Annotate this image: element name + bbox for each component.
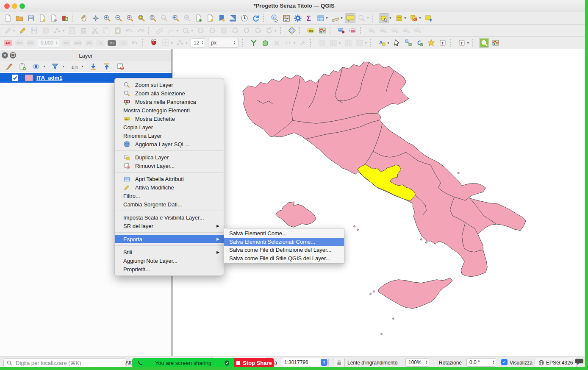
chevron-down-icon[interactable]: ▼ — [13, 29, 16, 32]
layer-labeling-options-button[interactable]: abc — [305, 25, 316, 36]
chevron-down-icon[interactable]: ▼ — [364, 42, 368, 45]
change-label-properties-button[interactable]: ab — [412, 25, 423, 36]
statistical-summary-button[interactable] — [281, 13, 291, 23]
layout-manager-button[interactable] — [48, 13, 59, 23]
cad-tools-button[interactable] — [154, 25, 165, 36]
cad-snap-common-angles-button[interactable]: SC — [61, 38, 72, 48]
add-ellipse-button[interactable] — [207, 25, 217, 36]
chevron-down-icon[interactable]: ▼ — [274, 29, 277, 32]
chevron-down-icon[interactable]: ▼ — [366, 17, 370, 19]
new-spatial-bookmark-button[interactable] — [216, 13, 227, 23]
submenu-item-salva-come-file-di-definizione-del-layer[interactable]: Salva come File di Definizione del Layer… — [224, 246, 344, 254]
add-feature-button[interactable] — [40, 25, 51, 36]
zoom-out-button[interactable] — [113, 13, 124, 23]
menu-item-zoom-alla-selezione[interactable]: Zoom alla Selezione — [115, 89, 224, 97]
snapping-type-button[interactable] — [175, 38, 186, 48]
change-label-button[interactable] — [426, 38, 436, 48]
snapping-tolerance[interactable]: 12▲▼ — [191, 38, 205, 47]
zoom-next-button[interactable] — [182, 13, 192, 23]
menu-item-attiva-modifiche[interactable]: Attiva Modifiche — [115, 183, 224, 192]
snapping-units[interactable]: px▲▼ — [208, 38, 239, 48]
cad-perpendicular-mode-button[interactable]: RO — [25, 38, 36, 48]
chevron-down-icon[interactable]: ▼ — [404, 17, 407, 19]
new-map-view-button[interactable] — [193, 13, 204, 23]
scale-combobox[interactable]: 1:3017796 ▲▼ — [281, 358, 329, 367]
mesh-digitizing-button[interactable] — [316, 38, 327, 48]
submenu-item-salva-elementi-come[interactable]: Salva Elementi Come... — [224, 229, 344, 238]
self-snapping-button[interactable] — [297, 38, 308, 48]
style-manager-button[interactable]: a — [60, 13, 70, 23]
add-regular-polygon-button[interactable] — [230, 25, 240, 36]
redo-button[interactable] — [135, 25, 146, 36]
chevron-down-icon[interactable]: ▼ — [62, 29, 65, 32]
move-label-button[interactable] — [403, 38, 413, 48]
processing-toolbox-button[interactable] — [292, 13, 303, 23]
menu-item-propriet[interactable]: Proprietà... — [115, 265, 224, 273]
submenu-item-salva-elementi-selezionati-come[interactable]: Salva Elementi Selezionati Come... — [224, 238, 344, 246]
filter-by-expression-button[interactable]: ε — [69, 61, 79, 72]
unpin-labels-button[interactable]: abc — [347, 25, 358, 36]
show-hide-labels-button[interactable]: ab — [366, 25, 377, 36]
cad-trace-minus-button[interactable]: T- — [95, 38, 106, 48]
new-project-button[interactable] — [3, 13, 13, 23]
run-feature-action-button[interactable] — [356, 13, 367, 23]
chevron-down-icon[interactable]: ▼ — [62, 65, 65, 68]
chevron-down-icon[interactable]: ▼ — [176, 29, 179, 32]
stepper-icon[interactable]: ▲▼ — [425, 360, 428, 364]
menu-item-apri-tabella-attributi[interactable]: Apri Tabella Attributi — [115, 175, 224, 183]
avoid-overlap-button[interactable] — [283, 38, 293, 48]
cad-trace-plus-button[interactable]: T+ — [107, 38, 117, 48]
chevron-down-icon[interactable]: ▼ — [293, 42, 296, 45]
cad-pause-button[interactable]: II — [118, 38, 129, 48]
add-circle-from-points-button[interactable] — [195, 25, 206, 36]
menu-item-aggiorna-layer-sql[interactable]: Aggiorna Layer SQL... — [115, 140, 224, 148]
modify-attributes-button[interactable] — [67, 25, 77, 36]
zoom-to-layer-button[interactable] — [147, 13, 158, 23]
chevron-down-icon[interactable]: ▼ — [419, 17, 422, 19]
menu-item-aggiungi-note-layer[interactable]: Aggiungi Note Layer... — [115, 256, 224, 265]
chevron-down-icon[interactable]: ▼ — [340, 17, 344, 19]
new-print-layout-button[interactable] — [37, 13, 47, 23]
chevron-down-icon[interactable]: ▼ — [43, 65, 46, 68]
chevron-down-icon[interactable]: ▼ — [466, 42, 470, 45]
menu-item-sr-del-layer[interactable]: SR del layer▶ — [115, 222, 224, 230]
zoom-native-button[interactable]: 1:1 — [159, 13, 169, 23]
cad-distance[interactable]: 0,000▲▼ — [38, 38, 59, 47]
magnifier-spinbox[interactable]: 100% ▲▼ — [405, 358, 429, 367]
add-group-button[interactable] — [17, 61, 28, 72]
move-label-alt-button[interactable]: ab — [401, 25, 411, 36]
enable-tracing-button[interactable] — [248, 38, 259, 48]
copy-features-button[interactable] — [101, 25, 111, 36]
highlight-pinned-labels-button[interactable] — [391, 38, 402, 48]
zoom-to-selection-button[interactable] — [136, 13, 147, 23]
deselect-all-button[interactable] — [408, 13, 419, 23]
new-3d-map-view-button[interactable] — [205, 13, 215, 23]
lock-scale-button[interactable] — [333, 358, 345, 368]
topological-editing-button[interactable] — [160, 38, 171, 48]
open-layer-styling-button[interactable] — [3, 61, 14, 72]
manage-map-themes-button[interactable] — [31, 61, 41, 72]
chevron-down-icon[interactable]: ▼ — [170, 42, 174, 45]
tracing-offset-button[interactable] — [260, 38, 270, 48]
pin-labels-button[interactable]: ab — [336, 25, 347, 36]
chevron-down-icon[interactable]: ▼ — [325, 17, 329, 19]
menu-item-cambia-sorgente-dati[interactable]: Cambia Sorgente Dati... — [115, 200, 224, 209]
mesh-select-button[interactable] — [328, 38, 338, 48]
add-annulus-button[interactable] — [241, 25, 252, 36]
temporal-controller-button[interactable] — [239, 13, 250, 23]
map-decorations-button[interactable] — [490, 38, 501, 48]
filter-legend-button[interactable] — [50, 61, 60, 72]
rotate-feature-button[interactable] — [264, 25, 275, 36]
cad-parallel-mode-button[interactable]: MO — [14, 38, 25, 48]
render-checkbox[interactable]: ✓ — [501, 359, 508, 365]
menu-item-rimuovi-layer[interactable]: Rimuovi Layer... — [115, 161, 224, 170]
menu-item-filtro[interactable]: Filtro... — [115, 192, 224, 200]
mesh-transform-button[interactable] — [343, 38, 353, 48]
pin-unpin-labels-button[interactable]: A — [377, 38, 387, 48]
stream-digitizing-button[interactable] — [166, 25, 176, 36]
menu-item-stili[interactable]: Stili▶ — [115, 248, 224, 256]
log-messages-button[interactable] — [575, 358, 584, 368]
locator-input[interactable] — [15, 359, 118, 367]
chevron-down-icon[interactable]: ▼ — [338, 42, 341, 45]
pan-to-selection-button[interactable] — [90, 13, 101, 23]
